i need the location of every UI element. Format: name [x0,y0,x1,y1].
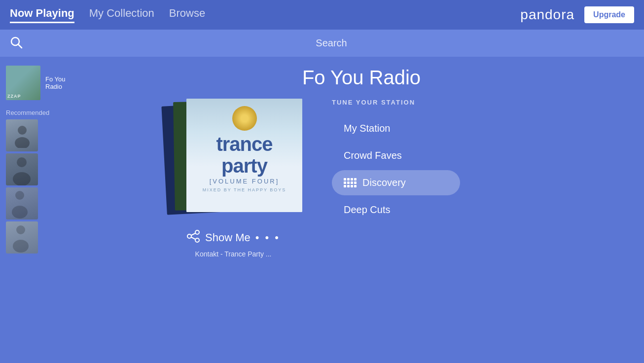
svg-line-13 [191,233,195,235]
station-name-label: Fo You Radio [45,75,73,90]
station-title: Fo You Radio [302,67,421,89]
svg-point-9 [13,240,29,253]
tune-option-deep-cuts[interactable]: Deep Cuts [332,197,460,222]
svg-line-1 [18,44,22,48]
tune-option-my-station[interactable]: My Station [332,116,460,141]
trance-volume-label: [VOLUME FOUR] [186,178,302,185]
search-bar [0,30,644,57]
svg-point-3 [15,137,30,148]
deep-cuts-label: Deep Cuts [344,204,391,216]
top-nav: Now Playing My Collection Browse pandora… [0,0,644,30]
sidebar: ZZAP Fo You Radio Recommended [0,57,79,363]
track-separator: - [220,250,223,258]
station-thumbnail: ZZAP [6,66,40,100]
recommended-items [0,119,79,254]
my-station-label: My Station [344,123,390,134]
tune-label: TUNE YOUR STATION [332,99,460,106]
svg-point-5 [13,172,31,185]
person-icon [6,221,38,254]
tune-station-section: TUNE YOUR STATION My Station Crowd Faves [332,99,460,224]
svg-point-6 [15,191,24,200]
show-me-row: Show Me • • • [186,229,280,246]
show-me-label: Show Me [205,231,250,244]
trance-mixed-by: MIXED BY THE HAPPY BOYS [186,187,302,192]
svg-point-12 [195,238,199,242]
upgrade-button[interactable]: Upgrade [584,6,634,23]
current-station-item[interactable]: ZZAP Fo You Radio [0,62,79,104]
svg-point-7 [12,206,28,218]
album-art-stack: tranceparty [VOLUME FOUR] MIXED BY THE H… [164,99,302,222]
list-item[interactable] [6,187,38,219]
track-artist: Kontakt [195,250,218,258]
trance-circle-decor [232,106,257,131]
trance-album-art: tranceparty [VOLUME FOUR] MIXED BY THE H… [186,99,302,212]
svg-point-2 [18,126,27,135]
share-icon[interactable] [186,229,200,246]
player-controls: Show Me • • • Kontakt - Trance Party ... [164,229,280,258]
svg-point-11 [187,234,191,238]
track-name: Trance Party ... [224,250,271,258]
person-icon [6,153,38,185]
crowd-faves-label: Crowd Faves [344,150,402,161]
svg-line-14 [191,237,195,239]
player-area: tranceparty [VOLUME FOUR] MIXED BY THE H… [164,99,559,258]
search-input[interactable] [29,37,634,49]
svg-point-10 [195,230,199,234]
tab-my-collection[interactable]: My Collection [89,7,154,23]
person-icon [6,187,38,219]
person-icon [12,123,32,148]
more-options-dots[interactable]: • • • [255,231,280,244]
tune-option-crowd-faves[interactable]: Crowd Faves [332,143,460,168]
main-content: Fo You Radio tranceparty [VOLUME FOUR] M… [79,57,644,363]
svg-point-4 [17,157,27,167]
svg-point-8 [16,225,25,234]
discovery-label: Discovery [362,177,406,188]
discovery-grid-icon [344,178,357,187]
trance-title-art: tranceparty [186,133,302,177]
content-area: ZZAP Fo You Radio Recommended [0,57,644,363]
list-item[interactable] [6,153,38,185]
tune-option-discovery[interactable]: Discovery [332,170,460,195]
tab-now-playing[interactable]: Now Playing [10,7,74,23]
list-item[interactable] [6,221,38,254]
search-icon [10,36,23,51]
tab-browse[interactable]: Browse [169,7,205,23]
pandora-logo: pandora [520,7,574,23]
list-item[interactable] [6,119,38,151]
album-front[interactable]: tranceparty [VOLUME FOUR] MIXED BY THE H… [186,99,302,212]
nav-tabs: Now Playing My Collection Browse [10,7,520,23]
recommended-label: Recommended [0,104,79,119]
track-info: Kontakt - Trance Party ... [195,250,272,258]
